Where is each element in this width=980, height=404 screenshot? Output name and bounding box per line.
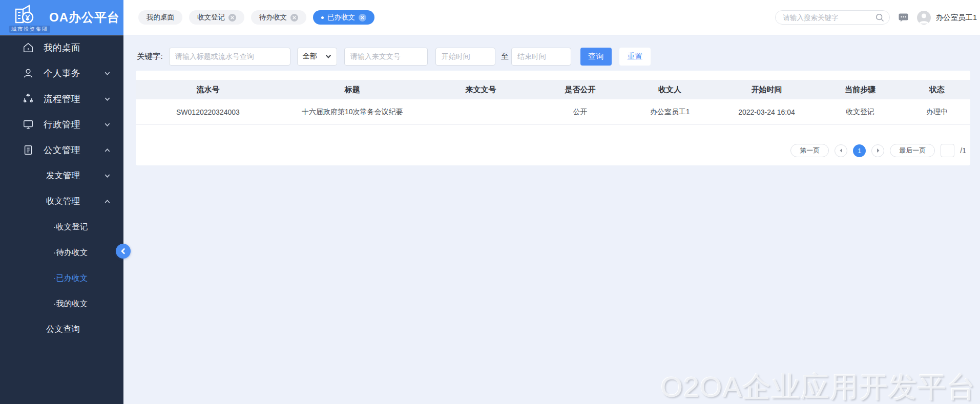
chevron-down-icon [104,121,111,128]
cell-start-time: 2022-03-24 16:04 [717,108,817,116]
close-icon[interactable] [359,14,366,22]
sidebar-item-send-mgmt[interactable]: 发文管理 [0,163,123,188]
results-table: 流水号 标题 来文文号 是否公开 收文人 开始时间 当前步骤 状态 SW0120… [136,80,970,125]
global-search-box[interactable] [775,10,890,25]
cell-title[interactable]: 十六届政府第10次常务会议纪要 [280,108,425,117]
search-icon[interactable] [875,13,884,22]
category-select-value: 全部 [303,52,317,61]
app-title: OA办公平台 [49,9,120,26]
table-header-row: 流水号 标题 来文文号 是否公开 收文人 开始时间 当前步骤 状态 [136,80,970,99]
doc-number-input[interactable] [344,48,428,66]
col-header-receiver: 收文人 [623,85,716,95]
chevron-up-icon [104,198,111,205]
col-header-public: 是否公开 [537,85,623,95]
topbar-right-cluster: 办公室员工1 [775,0,977,35]
last-page-button[interactable]: 最后一页 [890,144,935,157]
first-page-button[interactable]: 第一页 [790,144,829,157]
sidebar-item-label: 行政管理 [44,118,80,131]
sidebar-item-document-query[interactable]: 公文查询 [0,316,123,342]
keyword-input[interactable] [169,48,290,66]
home-icon [23,42,34,53]
sidebar-item-label: ·待办收文 [53,247,88,258]
chevron-down-icon [325,53,331,59]
reset-button[interactable]: 重置 [619,48,651,66]
tab-done-receive[interactable]: 已办收文 [313,10,374,25]
sidebar-collapse-button[interactable] [116,244,131,259]
sidebar-item-label: ·已办收文 [53,273,88,284]
sidebar-item-label: ·收文登记 [53,222,88,232]
process-icon [23,93,34,104]
top-bar: OA办公平台 城市投资集团 我的桌面 收文登记 待办收文 已办收文 [0,0,980,35]
filter-bar: 关键字: 全部 至 查询 重置 [123,35,980,71]
sidebar-item-my-receive[interactable]: ·我的收文 [0,291,123,316]
col-header-doc-no: 来文文号 [425,85,537,95]
chevron-down-icon [104,96,111,102]
sidebar-item-document-mgmt[interactable]: 公文管理 [0,137,123,163]
chevron-up-icon [104,147,111,154]
sidebar-item-label: 流程管理 [44,93,80,105]
main-content: 关键字: 全部 至 查询 重置 流水号 标题 来文文号 是否公开 收文人 开始时… [123,35,980,404]
end-date-input[interactable] [511,48,571,66]
prev-page-button[interactable] [835,144,847,157]
col-header-serial: 流水号 [136,85,280,95]
col-header-title: 标题 [280,85,425,95]
sidebar-item-process-mgmt[interactable]: 流程管理 [0,86,123,112]
sidebar-item-label: ·我的收文 [53,299,88,309]
page-jump-input[interactable] [941,144,954,157]
cell-receiver: 办公室员工1 [623,108,716,117]
tab-receive-register[interactable]: 收文登记 [189,10,244,25]
cell-public: 公开 [537,108,623,117]
chevron-down-icon [104,173,111,179]
keyword-label: 关键字: [137,51,163,62]
tab-label: 待办收文 [259,13,287,22]
sidebar-item-label: 收文管理 [46,196,80,207]
user-menu[interactable]: 办公室员工1 [917,11,977,25]
cell-serial: SW0120220324003 [136,108,280,116]
query-button[interactable]: 查询 [580,48,612,66]
message-icon[interactable] [899,13,908,22]
start-date-input[interactable] [435,48,495,66]
sidebar-item-my-desktop[interactable]: 我的桌面 [0,35,123,60]
triangle-left-icon [839,148,844,153]
pagination: 第一页 1 最后一页 /1 [136,144,970,157]
date-range-separator: 至 [501,52,509,61]
global-search-input[interactable] [783,14,875,22]
username: 办公室员工1 [935,13,977,23]
user-icon [23,68,34,79]
page-total: /1 [960,146,966,155]
close-icon[interactable] [290,14,298,22]
monitor-icon [23,119,34,130]
tab-label: 我的桌面 [147,13,174,22]
col-header-start-time: 开始时间 [717,85,817,95]
company-name: 城市投资集团 [9,26,50,33]
avatar [917,11,931,25]
sidebar-item-todo-receive[interactable]: ·待办收文 [0,240,123,265]
sidebar-item-label: 发文管理 [46,170,80,181]
open-tabs: 我的桌面 收文登记 待办收文 已办收文 [138,0,374,35]
sidebar-item-admin-mgmt[interactable]: 行政管理 [0,112,123,137]
tab-todo-receive[interactable]: 待办收文 [251,10,306,25]
results-card: 流水号 标题 来文文号 是否公开 收文人 开始时间 当前步骤 状态 SW0120… [136,71,970,165]
cell-status: 办理中 [904,108,970,117]
sidebar-item-label: 公文管理 [44,144,80,156]
category-select[interactable]: 全部 [297,48,337,66]
cell-current-step: 收文登记 [817,108,903,117]
col-header-current-step: 当前步骤 [817,85,903,95]
sidebar-nav: 我的桌面 个人事务 流程管理 行政管理 公文管理 发文管理 收文管理 [0,35,123,404]
sidebar-item-receive-register[interactable]: ·收文登记 [0,214,123,240]
sidebar-item-label: 我的桌面 [44,41,80,54]
sidebar-item-personal-affairs[interactable]: 个人事务 [0,60,123,86]
tab-my-desktop[interactable]: 我的桌面 [138,10,182,25]
sidebar-item-receive-mgmt[interactable]: 收文管理 [0,188,123,214]
chevron-down-icon [104,70,111,77]
triangle-right-icon [875,148,881,153]
sidebar-item-done-receive[interactable]: ·已办收文 [0,265,123,291]
app-logo-block: OA办公平台 城市投资集团 [0,0,123,35]
current-page-button[interactable]: 1 [853,144,866,157]
next-page-button[interactable] [871,144,884,157]
tab-label: 收文登记 [197,13,225,22]
table-row[interactable]: SW0120220324003 十六届政府第10次常务会议纪要 公开 办公室员工… [136,99,970,125]
active-dot-icon [321,16,324,19]
company-logo-icon [14,4,35,26]
close-icon[interactable] [228,14,236,22]
